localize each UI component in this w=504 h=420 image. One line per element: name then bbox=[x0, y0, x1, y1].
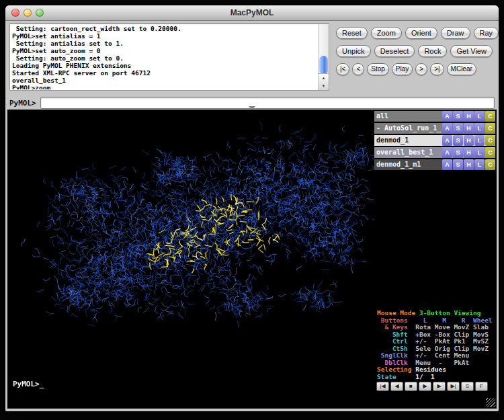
color-button[interactable]: C bbox=[485, 147, 495, 158]
console-scrollbar[interactable]: ▲ ▼ bbox=[318, 24, 329, 90]
object-row-denmod-1-m1: denmod_1_m1 A S H L C bbox=[374, 159, 495, 170]
vcr-play-button[interactable]: ▶ bbox=[419, 382, 431, 391]
console-log: Setting: cartoon_rect_width set to 0.200… bbox=[9, 24, 329, 91]
console-line: Setting: auto_zoom set to 0. bbox=[12, 54, 317, 62]
label-button[interactable]: L bbox=[474, 147, 485, 158]
label-button[interactable]: L bbox=[474, 111, 485, 122]
stop-button[interactable]: Stop bbox=[367, 63, 389, 75]
end-button[interactable]: >| bbox=[430, 63, 444, 75]
show-button[interactable]: S bbox=[453, 135, 463, 146]
draw-button[interactable]: Draw bbox=[441, 27, 470, 39]
console-line: PyMOL>set antialias = 1 bbox=[12, 32, 317, 40]
viewport-area: all A S H L C - AutoSol_run_1_ A S H L C bbox=[7, 110, 497, 409]
console-line: Setting: cartoon_rect_width set to 0.200… bbox=[12, 25, 317, 32]
getview-button[interactable]: Get View bbox=[450, 45, 492, 57]
vcr-forward-button[interactable]: ▶ bbox=[433, 382, 446, 391]
object-name[interactable]: overall_best_1 bbox=[374, 147, 442, 158]
hide-button[interactable]: H bbox=[464, 159, 474, 170]
unpick-button[interactable]: Unpick bbox=[336, 45, 371, 57]
vcr-controls: |◀ ◀ ■ ▶ ▶ ▶| S F bbox=[374, 380, 497, 391]
mclear-button[interactable]: MClear bbox=[447, 63, 476, 75]
object-name[interactable]: all bbox=[374, 111, 442, 122]
viewport-prompt: PyMOL>_ bbox=[13, 380, 44, 388]
scroll-down-button[interactable]: ▼ bbox=[319, 82, 329, 90]
window-title: MacPyMOL bbox=[5, 5, 499, 20]
macpymol-window: MacPyMOL Setting: cartoon_rect_width set… bbox=[5, 5, 499, 411]
ray-button[interactable]: Ray bbox=[474, 27, 499, 39]
splitter-handle[interactable] bbox=[249, 106, 255, 110]
console-line: PyMOL>zoom bbox=[12, 84, 317, 89]
label-button[interactable]: L bbox=[474, 135, 485, 146]
maximize-button[interactable] bbox=[36, 9, 44, 17]
show-button[interactable]: S bbox=[453, 123, 463, 134]
console-line: Loading PyMOL PHENIX extensions bbox=[12, 62, 317, 69]
console-line: Setting: antialias set to 1. bbox=[12, 40, 317, 47]
object-row-all: all A S H L C bbox=[374, 111, 495, 122]
object-row-autosol-run-1: - AutoSol_run_1_ A S H L C bbox=[374, 123, 495, 134]
object-panel: all A S H L C - AutoSol_run_1_ A S H L C bbox=[374, 110, 497, 409]
orient-button[interactable]: Orient bbox=[405, 27, 437, 39]
object-name[interactable]: - AutoSol_run_1_ bbox=[374, 123, 442, 134]
hide-button[interactable]: H bbox=[464, 123, 474, 134]
toolbar: Reset Zoom Orient Draw Ray Unpick Desele… bbox=[336, 24, 495, 91]
fullscreen-button[interactable]: F bbox=[475, 382, 488, 391]
vcr-rewind-button[interactable]: |◀ bbox=[376, 382, 389, 391]
minimize-button[interactable] bbox=[24, 9, 32, 17]
object-name[interactable]: denmod_1_m1 bbox=[374, 159, 442, 170]
console-line: PyMOL>set auto_zoom = 0 bbox=[12, 47, 317, 54]
console-line: overall_best_1 bbox=[12, 77, 317, 84]
show-button[interactable]: S bbox=[453, 147, 463, 158]
color-button[interactable]: C bbox=[485, 111, 495, 122]
play-button[interactable]: Play bbox=[392, 63, 413, 75]
action-button[interactable]: A bbox=[442, 159, 452, 170]
scrollbar-thumb[interactable] bbox=[319, 56, 328, 75]
action-button[interactable]: A bbox=[442, 147, 452, 158]
hide-button[interactable]: H bbox=[464, 111, 474, 122]
color-button[interactable]: C bbox=[485, 123, 495, 134]
object-row-denmod-1: denmod_1 A S H L C bbox=[374, 135, 495, 146]
rewind-button[interactable]: |< bbox=[336, 63, 349, 75]
object-name[interactable]: denmod_1 bbox=[374, 135, 442, 146]
forward-button[interactable]: > bbox=[415, 63, 427, 75]
label-button[interactable]: L bbox=[474, 159, 485, 170]
action-button[interactable]: A bbox=[442, 111, 452, 122]
vcr-back-button[interactable]: ◀ bbox=[390, 382, 403, 391]
color-button[interactable]: C bbox=[485, 135, 495, 146]
hide-button[interactable]: H bbox=[464, 147, 474, 158]
object-row-overall-best-1: overall_best_1 A S H L C bbox=[374, 147, 495, 158]
command-prompt-label: PyMOL> bbox=[9, 99, 36, 108]
action-button[interactable]: A bbox=[442, 135, 452, 146]
rock-button[interactable]: Rock bbox=[418, 45, 447, 57]
console-text: Setting: cartoon_rect_width set to 0.200… bbox=[12, 25, 317, 89]
vcr-end-button[interactable]: ▶| bbox=[447, 382, 460, 391]
show-button[interactable]: S bbox=[453, 111, 463, 122]
console-line: Started XML-RPC server on port 46712 bbox=[12, 69, 317, 77]
close-button[interactable] bbox=[11, 9, 19, 17]
zoom-button[interactable]: Zoom bbox=[371, 27, 402, 39]
action-button[interactable]: A bbox=[442, 123, 452, 134]
command-input[interactable] bbox=[40, 97, 495, 109]
scroll-up-button[interactable]: ▲ bbox=[319, 74, 329, 82]
title-bar[interactable]: MacPyMOL bbox=[5, 5, 499, 21]
back-button[interactable]: < bbox=[352, 63, 364, 75]
molecule-viewport[interactable] bbox=[7, 110, 374, 409]
color-button[interactable]: C bbox=[485, 159, 495, 170]
seq-toggle-button[interactable]: S bbox=[461, 382, 474, 391]
mouse-legend: Mouse Mode 3-Button Viewing Buttons L M … bbox=[374, 310, 497, 380]
label-button[interactable]: L bbox=[474, 123, 485, 134]
window-content: Setting: cartoon_rect_width set to 0.200… bbox=[5, 21, 499, 411]
deselect-button[interactable]: Deselect bbox=[374, 45, 415, 57]
show-button[interactable]: S bbox=[453, 159, 463, 170]
reset-button[interactable]: Reset bbox=[336, 27, 368, 39]
resize-grip[interactable] bbox=[486, 398, 495, 407]
state-indicator[interactable]: State 1/ 1 bbox=[377, 374, 497, 381]
vcr-stop-button[interactable]: ■ bbox=[405, 382, 417, 391]
hide-button[interactable]: H bbox=[464, 135, 474, 146]
